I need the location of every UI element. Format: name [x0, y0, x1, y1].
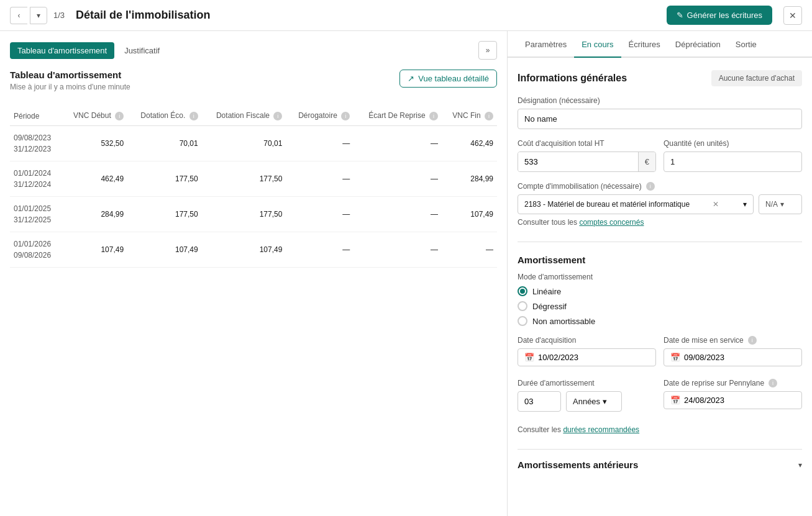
mode-label: Mode d'amortissement [518, 273, 802, 281]
comptes-link[interactable]: comptes concernés [579, 218, 644, 227]
table-row: 01/01/202609/08/2026 107,49 107,49 107,4… [10, 232, 497, 268]
account-clear-button[interactable]: ✕ [711, 200, 720, 209]
durees-link-group: Consulter les durées recommandées [518, 425, 802, 434]
col-dotation-eco: Dotation Éco. i [127, 106, 202, 126]
radio-lineaire[interactable]: Linéaire [518, 286, 802, 296]
account-label: Compte d'immobilisation (nécessaire) i [518, 182, 802, 191]
account-dropdown-icon[interactable]: ▾ [743, 200, 747, 209]
cost-input-wrap: € [518, 152, 656, 172]
radio-degressif-label: Dégressif [532, 302, 567, 311]
page-title: Détail de l'immobilisation [76, 9, 660, 22]
link-group: Consulter tous les comptes concernés [518, 218, 802, 227]
na-dropdown-icon: ▾ [780, 200, 784, 209]
date-reprise-input[interactable] [684, 396, 795, 405]
tab-ecritures[interactable]: Écritures [621, 31, 668, 58]
generate-button[interactable]: ✎ Générer les écritures [667, 6, 772, 25]
designation-input[interactable] [518, 109, 802, 129]
date-service-info-icon[interactable]: i [748, 336, 757, 345]
date-acquisition-input[interactable] [538, 353, 649, 362]
table-row: 01/01/202431/12/2024 462,49 177,50 177,5… [10, 161, 497, 197]
dot-eco-info-icon[interactable]: i [189, 112, 198, 120]
table-row: 01/01/202531/12/2025 284,99 177,50 177,5… [10, 197, 497, 232]
amortissement-section: Amortissement Mode d'amortissement Linéa… [518, 242, 802, 434]
ecart-info-icon[interactable]: i [429, 112, 438, 120]
radio-degressif[interactable]: Dégressif [518, 301, 802, 311]
anterieurs-header[interactable]: Amortissements antérieurs ▾ [518, 450, 802, 475]
anterieurs-chevron-icon: ▾ [798, 461, 802, 469]
amortissement-title: Amortissement [518, 255, 802, 265]
col-ecart: Écart De Reprise i [354, 106, 442, 126]
anterieurs-section: Amortissements antérieurs ▾ [518, 449, 802, 475]
dates-row-1: Date d'acquisition 📅 Date de mise en ser… [518, 336, 802, 376]
vue-btn-label: Vue tableau détaillé [418, 74, 489, 83]
tab-tableau-amortissement[interactable]: Tableau d'amortissement [10, 42, 114, 59]
radio-non-amortissable[interactable]: Non amortissable [518, 316, 802, 326]
vnc-debut-info-icon[interactable]: i [115, 112, 124, 120]
dot-fisc-info-icon[interactable]: i [273, 112, 282, 120]
cell-dot-fisc: 177,50 [202, 197, 286, 232]
col-vnc-fin: VNC Fin i [442, 106, 497, 126]
account-info-icon[interactable]: i [646, 182, 655, 191]
date-reprise-label: Date de reprise sur Pennylane i [664, 379, 802, 387]
date-reprise-wrap[interactable]: 📅 [664, 391, 802, 409]
tab-sortie[interactable]: Sortie [728, 31, 764, 58]
duree-unit-dropdown-icon: ▾ [603, 397, 607, 406]
close-button[interactable]: ✕ [783, 6, 802, 25]
duree-input[interactable] [518, 391, 561, 412]
date-service-group: Date de mise en service i 📅 [664, 336, 802, 366]
nav-dropdown-button[interactable]: ▾ [30, 7, 47, 24]
section-title: Tableau d'amortissement [10, 70, 130, 80]
duree-wrap: Années ▾ [518, 391, 656, 412]
cell-dot-eco: 70,01 [127, 126, 202, 161]
durees-link[interactable]: durées recommandées [563, 425, 639, 434]
date-service-wrap[interactable]: 📅 [664, 348, 802, 366]
date-service-input[interactable] [684, 353, 795, 362]
duree-unit-label: Années [573, 397, 600, 406]
table-row: 09/08/202331/12/2023 532,50 70,01 70,01 … [10, 126, 497, 161]
nav-prev-button[interactable]: ‹ [10, 7, 27, 24]
cell-vnc-fin: — [442, 232, 497, 268]
right-tabs-bar: Paramètres En cours Écritures Dépréciati… [508, 31, 812, 58]
account-value: 2183 - Matériel de bureau et matériel in… [524, 200, 690, 209]
duree-unit-select[interactable]: Années ▾ [566, 391, 622, 412]
date-acquisition-group: Date d'acquisition 📅 [518, 336, 656, 366]
cell-ecart: — [354, 197, 442, 232]
cell-vnc-debut: 107,49 [62, 232, 128, 268]
dates-row-2: Durée d'amortissement Années ▾ Date de r… [518, 379, 802, 422]
generate-label: Générer les écritures [687, 11, 762, 20]
left-panel: Tableau d'amortissement Justificatif » T… [0, 31, 508, 516]
cost-field-group: Coût d'acquisition total HT € [518, 139, 656, 172]
tab-justificatif[interactable]: Justificatif [117, 42, 167, 59]
no-invoice-button[interactable]: Aucune facture d'achat [711, 70, 802, 86]
col-dotation-fiscale: Dotation Fiscale i [202, 106, 286, 126]
date-reprise-info-icon[interactable]: i [769, 379, 777, 387]
tab-depreciation[interactable]: Dépréciation [668, 31, 728, 58]
radio-non-amortissable-circle [518, 316, 527, 326]
derog-info-icon[interactable]: i [341, 112, 350, 120]
col-derogatoire: Dérogatoire i [286, 106, 354, 126]
general-info-header: Informations générales Aucune facture d'… [518, 70, 802, 86]
tab-en-cours[interactable]: En cours [574, 31, 621, 58]
vue-tableau-button[interactable]: ↗ Vue tableau détaillé [399, 70, 497, 88]
tab-parametres[interactable]: Paramètres [518, 31, 574, 58]
col-periode: Période [10, 106, 62, 126]
cell-vnc-fin: 284,99 [442, 161, 497, 197]
account-select[interactable]: 2183 - Matériel de bureau et matériel in… [518, 194, 754, 214]
radio-lineaire-label: Linéaire [532, 287, 561, 296]
collapse-left-button[interactable]: » [478, 41, 497, 60]
cell-vnc-fin: 462,49 [442, 126, 497, 161]
qty-input[interactable] [664, 152, 802, 172]
cell-vnc-fin: 107,49 [442, 197, 497, 232]
vnc-fin-info-icon[interactable]: i [485, 112, 493, 120]
cell-ecart: — [354, 161, 442, 197]
cell-ecart: — [354, 232, 442, 268]
na-select[interactable]: N/A ▾ [759, 194, 802, 214]
nav-count: 1/3 [53, 11, 65, 20]
col-vnc-debut: VNC Début i [62, 106, 128, 126]
cell-periode: 01/01/202609/08/2026 [10, 232, 62, 268]
duree-group: Durée d'amortissement Années ▾ [518, 379, 656, 412]
cost-input[interactable] [518, 152, 638, 171]
cell-periode: 01/01/202531/12/2025 [10, 197, 62, 232]
cell-dot-eco: 107,49 [127, 232, 202, 268]
date-acquisition-wrap[interactable]: 📅 [518, 348, 656, 366]
